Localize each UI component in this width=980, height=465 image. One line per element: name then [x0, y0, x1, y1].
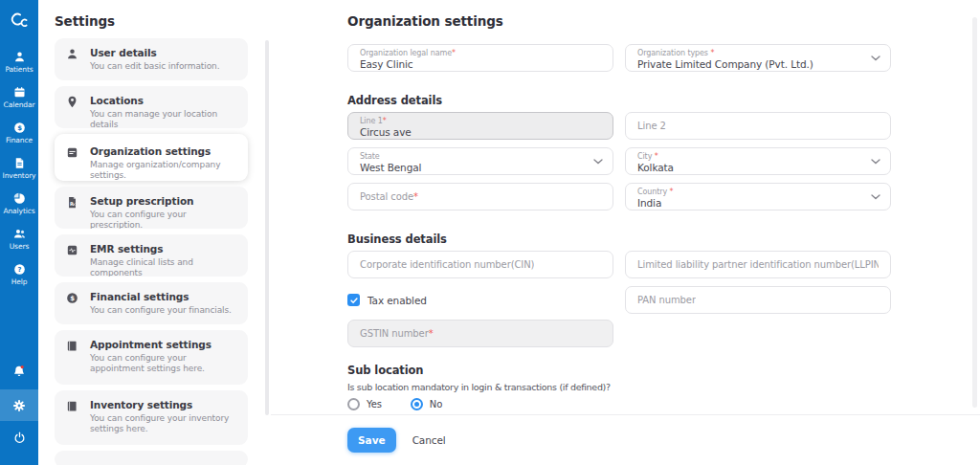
- notification-dot: [21, 365, 24, 368]
- field-label: City *: [637, 152, 865, 161]
- field-label: Country *: [637, 188, 865, 196]
- field-placeholder: Limited liability partner identification…: [637, 259, 879, 270]
- sidebar-item-title: Locations: [90, 95, 237, 107]
- chevron-down-icon: [871, 55, 880, 61]
- app-nav-rail: Patients Calendar $ Finance Inventory An…: [0, 0, 38, 465]
- tax-enabled-label: Tax enabled: [368, 295, 427, 306]
- sidebar-item-appointment-settings[interactable]: Appointment settings You can configure y…: [55, 330, 248, 385]
- prescription-icon: R: [65, 195, 79, 210]
- sidebar-item-subtitle: Manage clinical lists and components: [90, 257, 237, 277]
- map-pin-icon: [65, 95, 79, 109]
- tax-enabled-checkbox[interactable]: [347, 294, 360, 306]
- save-button[interactable]: Save: [347, 428, 396, 453]
- dollar-circle-icon: $: [65, 291, 79, 305]
- nav-item-patients[interactable]: Patients: [0, 44, 38, 79]
- svg-text:$: $: [70, 295, 75, 302]
- field-value: India: [637, 197, 865, 210]
- nav-item-analytics[interactable]: Analytics: [0, 186, 38, 221]
- nav-item-users[interactable]: Users: [0, 221, 38, 256]
- easyclinic-logo-icon: [8, 10, 31, 29]
- nav-label: Inventory: [3, 172, 36, 180]
- main-scrollbar[interactable]: [972, 17, 977, 408]
- sidebar-item-title: EMR settings: [90, 243, 237, 255]
- nav-label: Finance: [6, 137, 33, 144]
- org-types-select[interactable]: Organization types * Private Limited Com…: [625, 44, 891, 72]
- state-select[interactable]: State West Bengal: [347, 147, 613, 175]
- field-placeholder: Corporate identification number(CIN): [360, 259, 534, 270]
- address-line2-field[interactable]: Line 2: [625, 112, 891, 140]
- country-select[interactable]: Country * India: [625, 183, 891, 210]
- field-value: Easy Clinic: [360, 58, 601, 71]
- sidebar-item-locations[interactable]: Locations You can manage your location d…: [55, 86, 248, 128]
- nav-label: Patients: [5, 66, 33, 74]
- sidebar-scrollbar[interactable]: [265, 40, 269, 415]
- field-label: Organization legal name*: [360, 49, 601, 57]
- user-icon: [65, 47, 79, 61]
- chevron-down-icon: [871, 194, 880, 200]
- sub-location-question: Is sub location mandatory in login & tra…: [347, 382, 891, 392]
- sub-location-radio-group: Yes No: [347, 398, 891, 410]
- sidebar-item-setup-prescription[interactable]: R Setup prescription You can configure y…: [55, 187, 248, 229]
- settings-button-active[interactable]: [0, 389, 38, 421]
- org-legal-name-field[interactable]: Organization legal name* Easy Clinic: [347, 44, 613, 72]
- nav-item-finance[interactable]: $ Finance: [0, 115, 38, 150]
- sidebar-item-emr-settings[interactable]: EMR settings Manage clinical lists and c…: [55, 234, 248, 277]
- field-placeholder: PAN number: [637, 295, 696, 305]
- sidebar-item-title: Organization settings: [90, 145, 237, 158]
- field-placeholder: Line 2: [637, 121, 666, 131]
- field-value: Circus ave: [360, 126, 601, 139]
- nav-bottom-group: [0, 358, 38, 465]
- settings-sidebar: Settings User details You can edit basic…: [38, 0, 271, 465]
- radio-no-icon-selected: [411, 398, 423, 410]
- sidebar-title: Settings: [55, 13, 271, 29]
- sidebar-item-inventory-settings[interactable]: Inventory settings You can configure you…: [55, 390, 248, 445]
- app-screen: Patients Calendar $ Finance Inventory An…: [0, 0, 980, 465]
- llpin-field[interactable]: Limited liability partner identification…: [625, 251, 891, 278]
- sidebar-item-title: Setup prescription: [90, 195, 237, 208]
- sidebar-item-title: Inventory settings: [90, 399, 237, 411]
- radio-option-yes[interactable]: Yes: [347, 398, 382, 410]
- logout-button[interactable]: [0, 421, 38, 454]
- sidebar-item-financial-settings[interactable]: $ Financial settings You can configure y…: [55, 282, 248, 324]
- section-heading-business: Business details: [347, 232, 891, 246]
- sidebar-item-title: Financial settings: [90, 291, 237, 303]
- field-label: Organization types *: [637, 49, 865, 57]
- radio-yes-icon: [347, 398, 360, 410]
- sidebar-item-user-details[interactable]: User details You can edit basic informat…: [55, 38, 248, 80]
- field-placeholder: Postal code*: [360, 191, 418, 202]
- field-value: West Bengal: [360, 162, 588, 174]
- radio-option-no[interactable]: No: [411, 398, 442, 410]
- nav-item-calendar[interactable]: Calendar: [0, 79, 38, 115]
- address-line1-field[interactable]: Line 1* Circus ave: [347, 112, 613, 140]
- pan-field[interactable]: PAN number: [625, 286, 891, 314]
- sidebar-item-title: Appointment settings: [90, 339, 237, 351]
- help-icon: ?: [12, 262, 27, 277]
- notifications-button[interactable]: [0, 358, 38, 385]
- sidebar-item-subtitle: You can configure your inventory setting…: [90, 413, 237, 434]
- sidebar-item-partial[interactable]: [55, 451, 248, 465]
- calendar-icon: [12, 85, 27, 100]
- bell-icon: [11, 364, 27, 379]
- sidebar-item-subtitle: You can configure your financials.: [90, 305, 237, 316]
- section-heading-sub-location: Sub location: [347, 364, 891, 377]
- sidebar-item-subtitle: You can edit basic information.: [90, 61, 237, 72]
- inventory-document-icon: [12, 156, 27, 170]
- cin-field[interactable]: Corporate identification number(CIN): [347, 251, 613, 278]
- app-logo[interactable]: [0, 0, 38, 38]
- nav-item-inventory[interactable]: Inventory: [0, 150, 38, 186]
- book-icon: [65, 339, 79, 353]
- nav-label: Users: [10, 243, 30, 251]
- cancel-button[interactable]: Cancel: [412, 434, 446, 446]
- nav-item-help[interactable]: ? Help: [0, 256, 38, 292]
- emr-icon: [65, 243, 79, 257]
- sidebar-item-organization-settings[interactable]: Organization settings Manage organizatio…: [55, 134, 248, 181]
- organization-icon: [65, 145, 79, 160]
- sidebar-item-subtitle: You can configure your appointment setti…: [90, 353, 237, 374]
- gstin-field[interactable]: GSTIN number*: [347, 320, 613, 347]
- city-select[interactable]: City * Kolkata: [625, 147, 891, 175]
- postal-code-field[interactable]: Postal code*: [347, 183, 613, 210]
- sidebar-item-subtitle: You can configure your prescription.: [90, 210, 237, 229]
- patients-icon: [12, 50, 27, 64]
- field-label: State: [360, 152, 588, 161]
- nav-label: Calendar: [4, 101, 35, 109]
